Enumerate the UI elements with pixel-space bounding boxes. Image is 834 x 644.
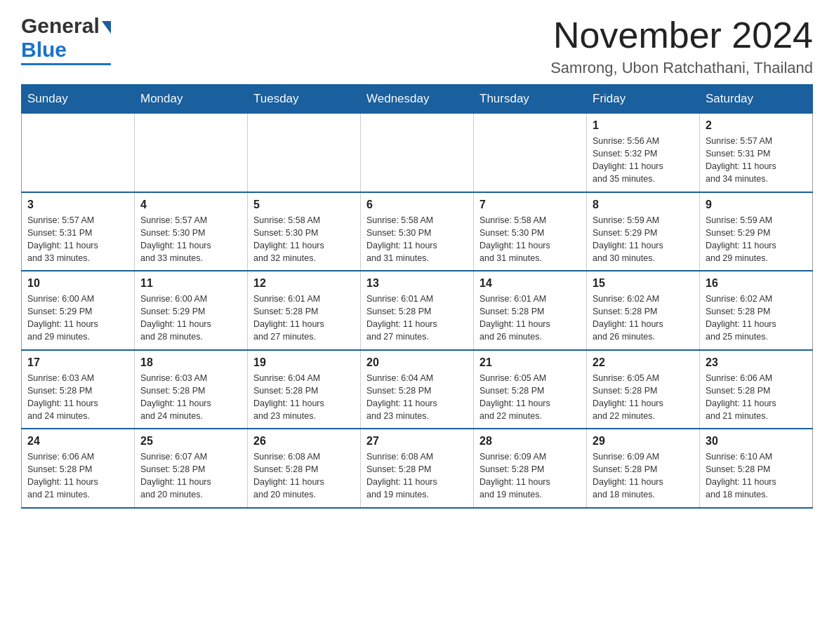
day-number: 6 (366, 199, 468, 211)
day-number: 25 (140, 435, 241, 448)
day-number: 21 (479, 356, 581, 369)
day-info: Sunrise: 6:00 AM Sunset: 5:29 PM Dayligh… (140, 293, 241, 344)
day-info: Sunrise: 6:02 AM Sunset: 5:28 PM Dayligh… (593, 293, 694, 344)
day-info: Sunrise: 6:09 AM Sunset: 5:28 PM Dayligh… (593, 450, 694, 502)
day-number: 15 (593, 277, 694, 290)
calendar-cell: 19Sunrise: 6:04 AM Sunset: 5:28 PM Dayli… (248, 350, 361, 429)
day-number: 23 (706, 356, 807, 369)
calendar-cell: 21Sunrise: 6:05 AM Sunset: 5:28 PM Dayli… (474, 350, 587, 429)
day-info: Sunrise: 5:58 AM Sunset: 5:30 PM Dayligh… (479, 214, 581, 265)
day-number: 19 (253, 356, 355, 369)
day-header-wednesday: Wednesday (361, 85, 474, 114)
day-info: Sunrise: 5:59 AM Sunset: 5:29 PM Dayligh… (706, 214, 807, 265)
day-info: Sunrise: 5:58 AM Sunset: 5:30 PM Dayligh… (366, 214, 468, 265)
day-number: 8 (593, 199, 694, 211)
subtitle: Samrong, Ubon Ratchathani, Thailand (550, 59, 813, 77)
day-info: Sunrise: 6:05 AM Sunset: 5:28 PM Dayligh… (479, 372, 581, 423)
calendar-cell: 9Sunrise: 5:59 AM Sunset: 5:29 PM Daylig… (700, 192, 813, 271)
calendar-body: 1Sunrise: 5:56 AM Sunset: 5:32 PM Daylig… (22, 114, 813, 508)
calendar-cell: 24Sunrise: 6:06 AM Sunset: 5:28 PM Dayli… (22, 429, 135, 508)
week-row-1: 3Sunrise: 5:57 AM Sunset: 5:31 PM Daylig… (22, 192, 813, 271)
week-row-2: 10Sunrise: 6:00 AM Sunset: 5:29 PM Dayli… (22, 271, 813, 350)
day-info: Sunrise: 6:09 AM Sunset: 5:28 PM Dayligh… (479, 450, 581, 502)
calendar-cell: 27Sunrise: 6:08 AM Sunset: 5:28 PM Dayli… (361, 429, 474, 508)
day-info: Sunrise: 6:06 AM Sunset: 5:28 PM Dayligh… (27, 450, 128, 502)
main-title: November 2024 (550, 14, 813, 56)
logo: General Blue (21, 14, 111, 65)
calendar-cell: 3Sunrise: 5:57 AM Sunset: 5:31 PM Daylig… (22, 192, 135, 271)
day-info: Sunrise: 5:59 AM Sunset: 5:29 PM Dayligh… (593, 214, 694, 265)
day-info: Sunrise: 6:01 AM Sunset: 5:28 PM Dayligh… (253, 293, 355, 344)
day-number: 28 (479, 435, 581, 448)
day-info: Sunrise: 6:01 AM Sunset: 5:28 PM Dayligh… (479, 293, 581, 344)
day-info: Sunrise: 5:58 AM Sunset: 5:30 PM Dayligh… (253, 214, 355, 265)
day-info: Sunrise: 6:04 AM Sunset: 5:28 PM Dayligh… (366, 372, 468, 423)
day-number: 20 (366, 356, 468, 369)
day-number: 3 (27, 199, 128, 211)
day-number: 22 (593, 356, 694, 369)
day-info: Sunrise: 6:08 AM Sunset: 5:28 PM Dayligh… (253, 450, 355, 502)
calendar-cell: 28Sunrise: 6:09 AM Sunset: 5:28 PM Dayli… (474, 429, 587, 508)
calendar-cell (361, 114, 474, 192)
title-section: November 2024 Samrong, Ubon Ratchathani,… (550, 14, 813, 77)
day-info: Sunrise: 6:07 AM Sunset: 5:28 PM Dayligh… (140, 450, 241, 502)
calendar-cell: 6Sunrise: 5:58 AM Sunset: 5:30 PM Daylig… (361, 192, 474, 271)
calendar-cell: 4Sunrise: 5:57 AM Sunset: 5:30 PM Daylig… (135, 192, 248, 271)
day-info: Sunrise: 6:02 AM Sunset: 5:28 PM Dayligh… (706, 293, 807, 344)
day-header-friday: Friday (587, 85, 700, 114)
calendar-cell: 14Sunrise: 6:01 AM Sunset: 5:28 PM Dayli… (474, 271, 587, 350)
calendar-cell: 23Sunrise: 6:06 AM Sunset: 5:28 PM Dayli… (700, 350, 813, 429)
day-number: 5 (253, 199, 355, 211)
day-number: 18 (140, 356, 241, 369)
day-header-saturday: Saturday (700, 85, 813, 114)
day-info: Sunrise: 6:01 AM Sunset: 5:28 PM Dayligh… (366, 293, 468, 344)
logo-blue: Blue (21, 38, 67, 61)
calendar-cell (248, 114, 361, 192)
calendar-cell: 2Sunrise: 5:57 AM Sunset: 5:31 PM Daylig… (700, 114, 813, 192)
page-header: General Blue November 2024 Samrong, Ubon… (21, 14, 813, 77)
logo-general: General (21, 14, 100, 38)
calendar-cell: 30Sunrise: 6:10 AM Sunset: 5:28 PM Dayli… (700, 429, 813, 508)
day-number: 12 (253, 277, 355, 290)
calendar-cell: 1Sunrise: 5:56 AM Sunset: 5:32 PM Daylig… (587, 114, 700, 192)
calendar-cell: 22Sunrise: 6:05 AM Sunset: 5:28 PM Dayli… (587, 350, 700, 429)
calendar-cell: 25Sunrise: 6:07 AM Sunset: 5:28 PM Dayli… (135, 429, 248, 508)
day-number: 10 (27, 277, 128, 290)
day-number: 7 (479, 199, 581, 211)
calendar-cell: 15Sunrise: 6:02 AM Sunset: 5:28 PM Dayli… (587, 271, 700, 350)
logo-triangle-icon (102, 21, 111, 34)
day-header-thursday: Thursday (474, 85, 587, 114)
day-info: Sunrise: 5:57 AM Sunset: 5:30 PM Dayligh… (140, 214, 241, 265)
calendar-cell: 11Sunrise: 6:00 AM Sunset: 5:29 PM Dayli… (135, 271, 248, 350)
week-row-4: 24Sunrise: 6:06 AM Sunset: 5:28 PM Dayli… (22, 429, 813, 508)
calendar-cell: 26Sunrise: 6:08 AM Sunset: 5:28 PM Dayli… (248, 429, 361, 508)
day-info: Sunrise: 6:03 AM Sunset: 5:28 PM Dayligh… (140, 372, 241, 423)
day-number: 14 (479, 277, 581, 290)
day-number: 29 (593, 435, 694, 448)
day-header-sunday: Sunday (22, 85, 135, 114)
day-number: 16 (706, 277, 807, 290)
week-row-3: 17Sunrise: 6:03 AM Sunset: 5:28 PM Dayli… (22, 350, 813, 429)
day-info: Sunrise: 6:08 AM Sunset: 5:28 PM Dayligh… (366, 450, 468, 502)
calendar-header: SundayMondayTuesdayWednesdayThursdayFrid… (22, 85, 813, 114)
logo-underline (21, 63, 111, 65)
day-number: 2 (706, 119, 807, 132)
day-number: 24 (27, 435, 128, 448)
calendar-cell: 5Sunrise: 5:58 AM Sunset: 5:30 PM Daylig… (248, 192, 361, 271)
day-number: 4 (140, 199, 241, 211)
day-info: Sunrise: 6:06 AM Sunset: 5:28 PM Dayligh… (706, 372, 807, 423)
logo-text: General Blue (21, 14, 111, 65)
day-number: 11 (140, 277, 241, 290)
week-row-0: 1Sunrise: 5:56 AM Sunset: 5:32 PM Daylig… (22, 114, 813, 192)
calendar-cell: 16Sunrise: 6:02 AM Sunset: 5:28 PM Dayli… (700, 271, 813, 350)
calendar-cell (22, 114, 135, 192)
calendar-cell: 10Sunrise: 6:00 AM Sunset: 5:29 PM Dayli… (22, 271, 135, 350)
calendar-cell (135, 114, 248, 192)
day-info: Sunrise: 5:57 AM Sunset: 5:31 PM Dayligh… (706, 135, 807, 186)
day-number: 13 (366, 277, 468, 290)
day-number: 27 (366, 435, 468, 448)
calendar-cell: 8Sunrise: 5:59 AM Sunset: 5:29 PM Daylig… (587, 192, 700, 271)
day-header-tuesday: Tuesday (248, 85, 361, 114)
calendar-cell: 29Sunrise: 6:09 AM Sunset: 5:28 PM Dayli… (587, 429, 700, 508)
days-of-week-row: SundayMondayTuesdayWednesdayThursdayFrid… (22, 85, 813, 114)
